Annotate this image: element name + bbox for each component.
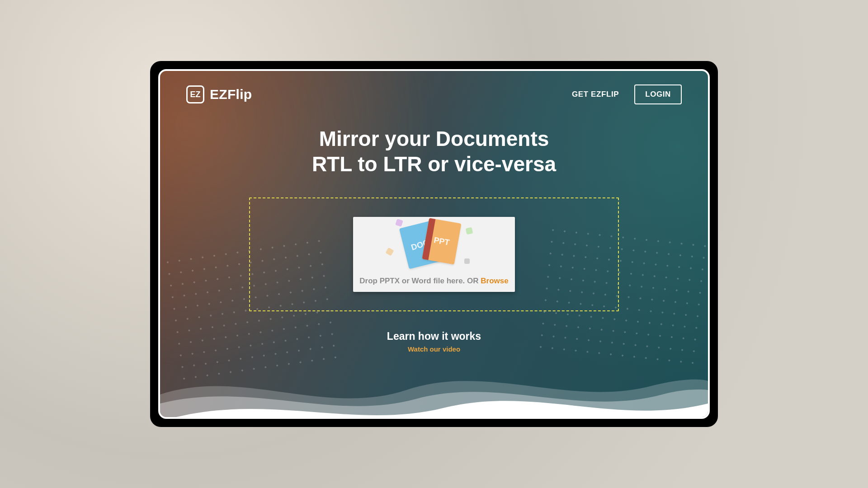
learn-section: Learn how it works Watch our video xyxy=(160,330,708,353)
ppt-label: PPT xyxy=(433,235,450,248)
logo-text: EZ xyxy=(190,90,200,99)
browse-link[interactable]: Browse xyxy=(481,277,508,285)
drop-instruction: Drop PPTX or Word file here. OR xyxy=(359,277,481,285)
brand-name: EZFlip xyxy=(210,87,252,102)
hero-heading: Mirror your Documents RTL to LTR or vice… xyxy=(160,126,708,177)
hero-line2: RTL to LTR or vice-versa xyxy=(312,152,556,176)
confetti-icon xyxy=(395,219,403,227)
dropcard: DOC PPT Drop PPTX or Word file here. OR … xyxy=(353,217,515,292)
logo-icon: EZ xyxy=(186,85,204,103)
ppt-file-icon: PPT xyxy=(422,218,462,265)
file-dropzone[interactable]: DOC PPT Drop PPTX or Word file here. OR … xyxy=(249,197,619,311)
nav: GET EZFLIP LOGIN xyxy=(572,84,682,104)
app-window: EZ EZFlip GET EZFLIP LOGIN Mirror your D… xyxy=(158,69,710,419)
watch-video-link[interactable]: Watch our video xyxy=(408,345,460,353)
device-frame: EZ EZFlip GET EZFLIP LOGIN Mirror your D… xyxy=(150,61,718,427)
learn-title: Learn how it works xyxy=(160,330,708,343)
confetti-icon xyxy=(466,227,473,235)
hero: Mirror your Documents RTL to LTR or vice… xyxy=(160,126,708,177)
brand[interactable]: EZ EZFlip xyxy=(186,85,252,103)
hero-line1: Mirror your Documents xyxy=(319,127,549,150)
dropcard-caption: Drop PPTX or Word file here. OR Browse xyxy=(353,271,515,292)
dropcard-art: DOC PPT xyxy=(353,217,515,271)
login-button[interactable]: LOGIN xyxy=(634,84,682,104)
header: EZ EZFlip GET EZFLIP LOGIN xyxy=(160,71,708,104)
get-ezflip-link[interactable]: GET EZFLIP xyxy=(572,90,619,99)
dropzone-wrap: DOC PPT Drop PPTX or Word file here. OR … xyxy=(160,197,708,311)
confetti-icon xyxy=(464,258,470,264)
confetti-icon xyxy=(385,248,394,256)
